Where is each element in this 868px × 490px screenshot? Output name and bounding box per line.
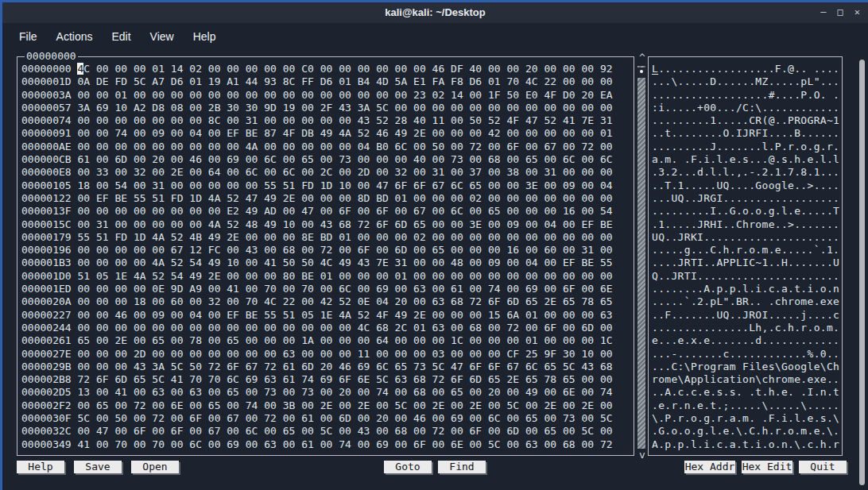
hex-row[interactable]: 000002D5 13 00 41 00 63 00 63 00 65 00 7… [21,386,633,399]
ascii-row[interactable]: ..T.1.....UQ....Google..>.... [652,179,841,192]
hex-row[interactable]: 000000E8 00 33 00 32 00 2E 00 64 00 6C 0… [21,166,633,179]
ascii-row[interactable]: ..................#....P.O. . [652,89,841,102]
ascii-row[interactable]: .........I..G.o.o.g.l.e.....T [652,205,841,218]
hex-edit-button[interactable]: Hex Edit [742,461,792,473]
ascii-row[interactable]: .G.o.o.g.l.e.\.C.h.r.o.m.e.\. [652,425,841,438]
menu-item-help[interactable]: Help [191,29,219,44]
menu-item-view[interactable]: View [148,29,176,44]
hex-row[interactable]: 0000029B 00 00 00 43 3A 5C 50 72 6F 67 7… [21,361,633,373]
button-bar: HelpSaveOpen GotoFind Hex AddrHex EditQu… [2,461,868,475]
ascii-row[interactable]: UQ..JRKI..................... [652,231,841,244]
find-button[interactable]: Find [438,461,486,473]
hex-row[interactable]: 000001D0 51 05 1E 4A 52 54 49 2E 00 00 0… [21,270,633,283]
hex-cursor[interactable]: 4 [77,63,83,75]
hex-row[interactable]: 00000057 3A 69 10 A2 D8 08 00 2B 30 30 9… [21,102,633,114]
hex-row[interactable]: 00000349 41 00 70 00 70 00 6C 00 69 00 6… [21,438,633,451]
hex-row[interactable]: 00000122 00 EF BE 55 51 FD 1D 4A 52 47 4… [21,192,633,205]
hex-row[interactable]: 00000074 00 00 00 00 00 00 00 8C 00 31 0… [21,114,633,127]
editor-scrollbar-thumb[interactable] [637,68,645,78]
ascii-row[interactable]: ...-.......c............%.0.. [652,348,841,361]
hex-row[interactable]: 00000244 00 00 00 00 00 00 00 00 00 00 0… [21,322,633,334]
ascii-cursor[interactable]: L [652,63,658,75]
ascii-row[interactable]: .....`.2.pL".BR.. .chrome.exe [652,295,841,308]
hex-row[interactable]: 0000027E 00 00 00 2D 00 00 00 00 00 00 0… [21,348,633,361]
ascii-row[interactable]: L..................F.@.. .... [652,63,841,75]
ascii-row[interactable]: ....JRTI..APPLIC~1..H.......U [652,257,841,269]
editor-scrollbar-track[interactable] [637,66,645,449]
hex-addr-button[interactable]: Hex Addr [684,461,735,473]
ascii-row[interactable]: Q..JRTI...................... [652,270,841,283]
menu-item-edit[interactable]: Edit [109,29,133,44]
hex-row[interactable]: 00000000 4C 00 00 00 01 14 02 00 00 00 0… [21,63,633,75]
help-button[interactable]: Help [17,461,64,473]
hex-row[interactable]: 0000003A 00 00 01 00 00 00 00 00 00 00 0… [21,89,633,102]
maximize-icon[interactable]: □ [838,5,843,19]
row-address: 0000020A [21,295,72,307]
hex-row[interactable]: 00000196 00 00 00 00 00 67 12 FC 00 43 0… [21,244,633,257]
ascii-row[interactable]: .1.....JRHI..Chrome..>....... [652,218,841,231]
hex-row[interactable]: 00000091 00 00 74 00 09 00 04 00 EF BE 8… [21,127,633,140]
row-address: 000002D5 [21,386,72,398]
quit-button[interactable]: Quit [799,461,847,473]
close-icon[interactable]: ✕ [854,5,860,19]
hex-row[interactable]: 00000227 00 00 46 00 09 00 04 00 EF BE 5… [21,309,633,322]
ascii-row[interactable]: .3.2...d.l.l.,.-.2.1.7.8.1... [652,166,841,179]
hex-row[interactable]: 00000105 18 00 54 00 31 00 00 00 00 00 5… [21,179,633,192]
ascii-row[interactable]: A.p.p.l.i.c.a.t.i.o.n.\.c.h.r [652,438,841,451]
hex-row[interactable]: 0000032C 00 47 00 6F 00 6F 00 67 00 6C 0… [21,425,633,438]
ascii-row[interactable]: ...C:\Program Files\Google\Ch [652,361,841,373]
ascii-row[interactable]: .....g...C.h.r.o.m.e.....`.1. [652,244,841,257]
ascii-row[interactable]: ...UQ..JRGI.................. [652,192,841,205]
save-button[interactable]: Save [74,461,122,473]
row-address: 000001D0 [21,270,72,282]
ascii-row[interactable]: ...............Lh,.c.h.r.o.m. [652,322,841,334]
row-address: 0000001D [21,75,72,87]
ascii-row[interactable]: a.m. .F.i.l.e.s...@.s.h.e.l.l [652,153,841,166]
ascii-row[interactable]: \.P.r.o.g.r.a.m. .F.i.l.e.s.\ [652,412,841,425]
hex-row[interactable]: 000000AE 00 00 00 00 00 00 00 00 00 4A 0… [21,141,633,153]
hex-row[interactable]: 00000179 55 51 FD 1D 4A 52 4B 49 2E 00 0… [21,231,633,244]
hex-row[interactable]: 000001ED 00 00 00 00 0E 9D A9 00 41 00 7… [21,283,633,295]
menu-item-actions[interactable]: Actions [54,29,95,44]
scroll-down-arrow-icon[interactable]: v [637,449,648,461]
minimize-icon[interactable]: – [820,5,826,19]
hex-rows[interactable]: 00000000 4C 00 00 00 01 14 02 00 00 00 0… [21,63,633,453]
ascii-row[interactable]: :i.....+00.../C:\............ [652,102,841,114]
ascii-row[interactable]: ...\.....D......MZ.....pL"... [652,75,841,88]
row-address: 00000057 [21,102,72,114]
ascii-row[interactable]: ..F.......UQ..JROI.....j....c [652,309,841,322]
hex-panel[interactable]: 00000000 00000000 4C 00 00 00 01 14 02 0… [17,56,634,456]
hex-row[interactable]: 0000013F 00 00 00 00 00 00 00 00 E2 49 A… [21,205,633,218]
hex-row[interactable]: 000002F2 00 65 00 72 00 6E 00 65 00 74 0… [21,399,633,412]
scroll-up-arrow-icon[interactable]: ^ [637,52,648,64]
hex-row[interactable]: 0000030F 5C 00 50 00 72 00 6F 00 67 00 7… [21,412,633,425]
hex-row[interactable]: 00000261 65 00 2E 00 65 00 78 00 65 00 0… [21,334,633,347]
terminal-scrollbar[interactable] [857,23,868,490]
terminal-scrollbar-thumb[interactable] [859,60,865,485]
hex-row[interactable]: 000002B8 72 6F 6D 65 5C 41 70 70 6C 69 6… [21,373,633,386]
hex-row[interactable]: 000001B3 00 00 00 00 4A 52 54 49 10 00 4… [21,257,633,269]
titlebar[interactable]: kali@kali: ~/Desktop –□✕ [2,2,868,23]
menubar: FileActionsEditViewHelp [17,26,219,47]
menu-item-file[interactable]: File [17,29,40,44]
ascii-row[interactable]: rome\Application\chrome.exe.. [652,373,841,386]
ascii-row[interactable]: .........J.......l.P.r.o.g.r. [652,141,841,153]
ascii-panel[interactable]: L..................F.@.. .......\.....D.… [648,56,843,456]
ascii-row[interactable]: e...e.x.e.......d............ [652,334,841,347]
ascii-row[interactable]: .........1.....CR(@..PROGRA~1 [652,114,841,127]
hex-row[interactable]: 0000015C 00 31 00 00 00 00 00 4A 52 48 4… [21,218,633,231]
ascii-rows[interactable]: L..................F.@.. .......\.....D.… [652,63,841,453]
ascii-row[interactable]: ..t........O.IJRFI....B...... [652,127,841,140]
row-address: 00000000 [21,63,72,75]
row-address: 00000349 [21,438,72,450]
ascii-row[interactable]: ..A.c.c.e.s.s. .t.h.e. .I.n.t [652,386,841,399]
hex-row[interactable]: 0000001D 0A DE FD 5C A7 D6 01 19 A1 44 9… [21,75,633,88]
goto-button[interactable]: Goto [384,461,432,473]
hex-row[interactable]: 0000020A 00 00 00 18 00 60 00 32 00 70 4… [21,295,633,308]
ascii-row[interactable]: ........A.p.p.l.i.c.a.t.i.o.n [652,283,841,295]
row-address: 000000E8 [21,166,72,178]
window-controls: –□✕ [820,5,860,19]
ascii-row[interactable]: .e.r.n.e.t.;.....\.....\..... [652,399,841,412]
open-button[interactable]: Open [131,461,179,473]
hex-row[interactable]: 000000CB 61 00 6D 00 20 00 46 00 69 00 6… [21,153,633,166]
